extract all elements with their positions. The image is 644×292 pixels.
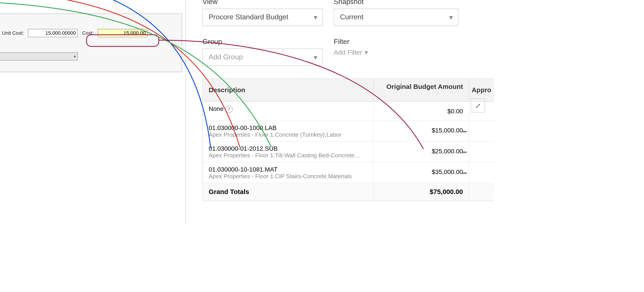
unitcost-label: Unit Cost: [2,30,24,36]
help-none-icon[interactable]: ? [225,105,233,113]
view-select[interactable]: Procore Standard Budget [202,9,323,26]
row-menu-icon[interactable]: ••• [462,128,466,135]
source-select: J-Entered in Job Cost. [0,52,78,61]
cost-label: Cost: [82,30,94,36]
row-sub: Apex Properties - Floor 1.CIP Stairs-Con… [209,173,368,180]
group-select[interactable]: Add Group [202,49,323,66]
grand-total-amount: $75,000.00 [374,183,469,201]
filter-label: Filter [334,38,458,46]
none-label: None [209,105,224,112]
row-menu-icon[interactable]: ••• [462,169,466,176]
snapshot-label: Snapshot [334,0,458,6]
snapshot-select[interactable]: Current [334,9,458,26]
add-filter-button[interactable]: Add Filter ▾ [334,49,458,57]
col-description: Description [203,79,374,101]
col-approved: Appro [469,79,494,101]
cost-input[interactable] [98,29,148,37]
unitcost-input[interactable] [28,29,78,37]
budget-table: Description Original Budget Amount Appro… [202,79,494,201]
table-row[interactable]: 01.030000-10-1081.MAT Apex Properties - … [203,162,494,183]
table-row[interactable]: 01.030000-00-1000.LAB Apex Properties - … [203,121,494,142]
row-code: 01.030000-10-1081.MAT [209,166,368,173]
row-sub: Apex Properties - Floor 1.Tilt-Wall Cast… [209,152,368,159]
row-menu-icon[interactable]: ••• [462,148,466,155]
grand-total-label: Grand Totals [203,183,374,201]
none-amount: $0.00 [374,102,469,120]
row-code: 01.030000-00-1000.LAB [209,124,368,131]
view-label: View [202,0,323,6]
col-amount: Original Budget Amount [374,79,469,101]
row-sub: Apex Properties - Floor 1.Concrete (Turn… [209,131,368,138]
group-label: Group [202,38,323,46]
row-code: 01.030000-01-2012.SUB [209,145,368,152]
table-row[interactable]: 01.030000-01-2012.SUB Apex Properties - … [203,142,494,162]
expand-icon[interactable]: ⤢ [471,98,485,113]
